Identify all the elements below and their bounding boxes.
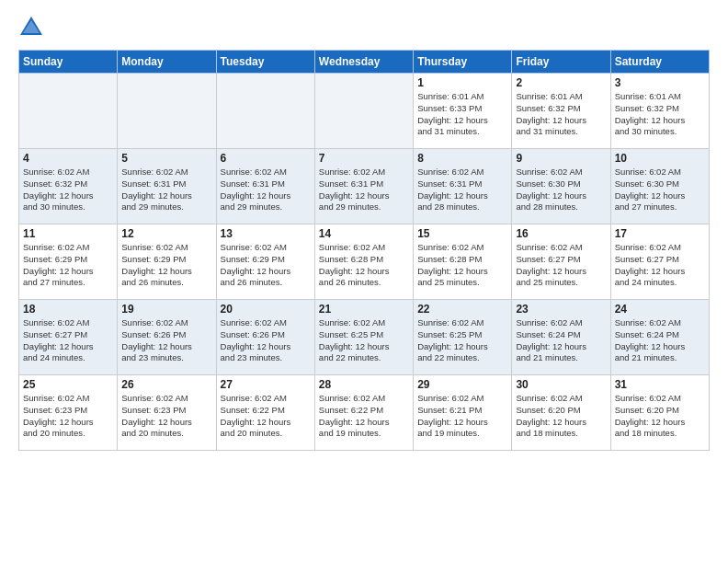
cell-text-line: Sunset: 6:23 PM: [121, 405, 211, 417]
cell-text-line: and 31 minutes.: [516, 126, 606, 138]
cell-text-line: and 20 minutes.: [221, 428, 311, 440]
cell-text-line: and 19 minutes.: [417, 428, 507, 440]
cell-text-line: and 29 minutes.: [221, 201, 311, 213]
calendar-cell: 11Sunrise: 6:02 AMSunset: 6:29 PMDayligh…: [19, 224, 118, 300]
cell-text-line: Sunrise: 6:01 AM: [417, 91, 507, 103]
cell-text-line: Daylight: 12 hours: [615, 417, 705, 429]
cell-text-line: Sunset: 6:27 PM: [23, 329, 113, 341]
cell-text-line: Sunrise: 6:02 AM: [23, 393, 113, 405]
cell-text-line: Daylight: 12 hours: [615, 190, 705, 202]
cell-text-line: Sunrise: 6:02 AM: [417, 393, 507, 405]
day-number: 21: [319, 303, 409, 316]
cell-text-line: Sunset: 6:26 PM: [121, 329, 211, 341]
cell-text-line: Sunrise: 6:02 AM: [121, 317, 211, 329]
day-number: 14: [319, 227, 409, 240]
cell-text-line: Sunrise: 6:02 AM: [121, 393, 211, 405]
day-number: 28: [319, 378, 409, 391]
day-header-wednesday: Wednesday: [314, 51, 413, 74]
cell-text-line: and 30 minutes.: [23, 201, 113, 213]
cell-text-line: and 27 minutes.: [615, 201, 705, 213]
calendar-cell: 27Sunrise: 6:02 AMSunset: 6:22 PMDayligh…: [216, 375, 314, 451]
cell-text-line: Sunrise: 6:02 AM: [615, 393, 705, 405]
page: SundayMondayTuesdayWednesdayThursdayFrid…: [0, 0, 728, 460]
cell-text-line: and 29 minutes.: [319, 201, 409, 213]
cell-text-line: Daylight: 12 hours: [417, 115, 507, 127]
cell-text-line: Daylight: 12 hours: [319, 266, 409, 278]
cell-text-line: Sunset: 6:29 PM: [121, 254, 211, 266]
cell-text-line: Sunset: 6:32 PM: [615, 103, 705, 115]
cell-text-line: Sunset: 6:25 PM: [417, 329, 507, 341]
cell-text-line: Sunrise: 6:02 AM: [221, 242, 311, 254]
cell-text-line: Sunset: 6:20 PM: [516, 405, 606, 417]
cell-text-line: and 24 minutes.: [615, 277, 705, 289]
cell-text-line: Sunrise: 6:01 AM: [615, 91, 705, 103]
cell-text-line: and 30 minutes.: [615, 126, 705, 138]
cell-text-line: and 20 minutes.: [121, 428, 211, 440]
calendar-cell: 17Sunrise: 6:02 AMSunset: 6:27 PMDayligh…: [610, 224, 709, 300]
day-number: 31: [615, 378, 705, 391]
cell-text-line: Daylight: 12 hours: [221, 190, 311, 202]
cell-text-line: and 22 minutes.: [417, 352, 507, 364]
cell-text-line: Sunset: 6:24 PM: [615, 329, 705, 341]
cell-text-line: and 24 minutes.: [23, 352, 113, 364]
calendar-cell: 1Sunrise: 6:01 AMSunset: 6:33 PMDaylight…: [414, 74, 512, 149]
day-header-friday: Friday: [512, 51, 610, 74]
day-number: 11: [23, 227, 113, 240]
calendar-cell: 5Sunrise: 6:02 AMSunset: 6:31 PMDaylight…: [118, 149, 216, 224]
cell-text-line: Sunset: 6:27 PM: [516, 254, 606, 266]
cell-text-line: Sunrise: 6:02 AM: [121, 167, 211, 178]
cell-text-line: Sunrise: 6:01 AM: [516, 91, 606, 103]
calendar-cell: 9Sunrise: 6:02 AMSunset: 6:30 PMDaylight…: [512, 149, 610, 224]
cell-text-line: Sunrise: 6:02 AM: [319, 242, 409, 254]
cell-text-line: Daylight: 12 hours: [319, 417, 409, 429]
cell-text-line: Daylight: 12 hours: [319, 190, 409, 202]
cell-text-line: Sunrise: 6:02 AM: [516, 167, 606, 178]
cell-text-line: Daylight: 12 hours: [221, 417, 311, 429]
cell-text-line: Sunset: 6:27 PM: [615, 254, 705, 266]
day-number: 6: [221, 152, 311, 165]
day-header-tuesday: Tuesday: [216, 51, 314, 74]
day-number: 1: [417, 76, 507, 89]
cell-text-line: Sunset: 6:31 PM: [121, 178, 211, 190]
cell-text-line: Sunrise: 6:02 AM: [516, 242, 606, 254]
cell-text-line: Sunrise: 6:02 AM: [615, 167, 705, 178]
day-number: 19: [121, 303, 211, 316]
calendar-cell: 31Sunrise: 6:02 AMSunset: 6:20 PMDayligh…: [610, 375, 709, 451]
cell-text-line: Sunset: 6:31 PM: [417, 178, 507, 190]
calendar-cell: 2Sunrise: 6:01 AMSunset: 6:32 PMDaylight…: [512, 74, 610, 149]
cell-text-line: Daylight: 12 hours: [516, 266, 606, 278]
header: [18, 15, 710, 40]
cell-text-line: Sunrise: 6:02 AM: [23, 317, 113, 329]
cell-text-line: Sunrise: 6:02 AM: [319, 167, 409, 178]
cell-text-line: and 21 minutes.: [615, 352, 705, 364]
cell-text-line: Daylight: 12 hours: [121, 341, 211, 353]
cell-text-line: and 26 minutes.: [221, 277, 311, 289]
cell-text-line: and 22 minutes.: [319, 352, 409, 364]
calendar-cell: 19Sunrise: 6:02 AMSunset: 6:26 PMDayligh…: [118, 300, 216, 375]
calendar-cell: 3Sunrise: 6:01 AMSunset: 6:32 PMDaylight…: [610, 74, 709, 149]
cell-text-line: Sunrise: 6:02 AM: [221, 167, 311, 178]
day-number: 23: [516, 303, 606, 316]
cell-text-line: Sunset: 6:22 PM: [319, 405, 409, 417]
cell-text-line: Sunset: 6:24 PM: [516, 329, 606, 341]
cell-text-line: and 31 minutes.: [417, 126, 507, 138]
cell-text-line: Daylight: 12 hours: [516, 341, 606, 353]
day-number: 12: [121, 227, 211, 240]
calendar-header-row: SundayMondayTuesdayWednesdayThursdayFrid…: [19, 51, 710, 74]
cell-text-line: Daylight: 12 hours: [516, 190, 606, 202]
cell-text-line: Sunset: 6:29 PM: [23, 254, 113, 266]
day-number: 26: [121, 378, 211, 391]
cell-text-line: Daylight: 12 hours: [615, 341, 705, 353]
cell-text-line: Sunset: 6:30 PM: [615, 178, 705, 190]
cell-text-line: Sunset: 6:25 PM: [319, 329, 409, 341]
day-number: 20: [221, 303, 311, 316]
calendar-week-row: 1Sunrise: 6:01 AMSunset: 6:33 PMDaylight…: [19, 74, 710, 149]
calendar-cell: 26Sunrise: 6:02 AMSunset: 6:23 PMDayligh…: [118, 375, 216, 451]
cell-text-line: Sunset: 6:28 PM: [319, 254, 409, 266]
cell-text-line: Sunset: 6:20 PM: [615, 405, 705, 417]
day-number: 4: [23, 152, 113, 165]
day-number: 9: [516, 152, 606, 165]
calendar-cell: 22Sunrise: 6:02 AMSunset: 6:25 PMDayligh…: [414, 300, 512, 375]
day-header-monday: Monday: [118, 51, 216, 74]
cell-text-line: and 25 minutes.: [417, 277, 507, 289]
